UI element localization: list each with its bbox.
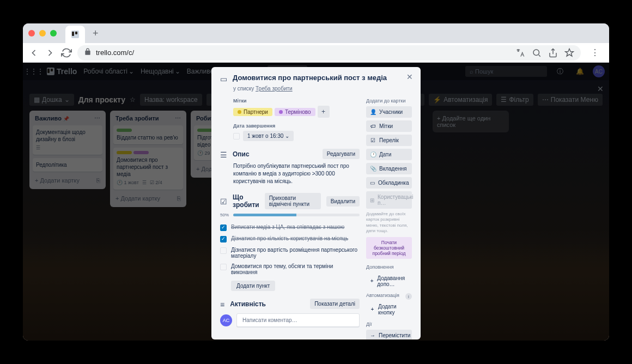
- zoom-icon[interactable]: [532, 48, 542, 58]
- checklist-item[interactable]: Виписати медіа з ЦА, яка співпадає з наш…: [220, 222, 360, 233]
- info-icon[interactable]: i: [405, 293, 412, 300]
- progress-bar: [233, 214, 360, 216]
- side-section-label: Дії: [366, 321, 412, 327]
- chevron-down-icon: ⌄: [285, 133, 289, 139]
- card-title[interactable]: Домовитися про партнерський пост з медіа: [233, 74, 387, 83]
- plus-icon: +: [370, 278, 374, 284]
- user-icon: 👤: [370, 109, 376, 115]
- browser-menu-button[interactable]: ⋮: [586, 47, 604, 58]
- comment-input[interactable]: Написати коментар…: [236, 313, 360, 327]
- close-modal-button[interactable]: ✕: [406, 72, 413, 81]
- card-icon: ▭: [220, 75, 227, 83]
- modal-sidebar: Додати до картки 👤Учасники 🏷Мітки ☑Перел…: [366, 98, 412, 339]
- checkbox[interactable]: [220, 264, 227, 270]
- members-button[interactable]: 👤Учасники: [366, 106, 412, 118]
- card-list-location: у списку Треба зробити: [233, 86, 412, 92]
- label-dot: [279, 110, 283, 114]
- trello-favicon: [71, 30, 80, 39]
- label-chip[interactable]: Партнери: [233, 108, 272, 116]
- checkbox[interactable]: [220, 247, 227, 254]
- activity-heading: Активність: [230, 300, 305, 308]
- checklist-icon: ☑: [220, 197, 227, 206]
- address-bar[interactable]: trello.com/c/: [77, 45, 581, 60]
- browser-window: + trello.com/c/ ⋮ ⋮⋮⋮ Trello Робочі обла…: [23, 23, 609, 341]
- tag-icon: 🏷: [370, 123, 376, 129]
- add-powerup-button[interactable]: +Додавання допо…: [366, 272, 412, 290]
- side-section-label: Додати до картки: [366, 98, 412, 104]
- card-modal: ✕ ▭ Домовитися про партнерський пост з м…: [211, 67, 421, 339]
- share-icon[interactable]: [548, 48, 558, 58]
- description-icon: ☰: [220, 150, 227, 159]
- label-dot: [238, 110, 241, 114]
- trial-promo-button[interactable]: Почати безкоштовний пробний період: [366, 237, 412, 259]
- description-heading: Опис: [233, 150, 317, 158]
- maximize-window-button[interactable]: [50, 30, 57, 37]
- due-checkbox[interactable]: [233, 133, 240, 139]
- arrow-right-icon: →: [370, 332, 375, 338]
- close-window-button[interactable]: [28, 30, 35, 37]
- checkbox[interactable]: [220, 236, 227, 242]
- side-section-label: Доповнення: [366, 264, 412, 270]
- edit-description-button[interactable]: Редагувати: [323, 149, 360, 159]
- bookmark-icon[interactable]: [564, 48, 574, 58]
- trello-app: ⋮⋮⋮ Trello Робочі області ⌄ Нещодавні ⌄ …: [23, 63, 609, 341]
- label-chip[interactable]: Терміново: [275, 108, 315, 116]
- reload-button[interactable]: [61, 47, 72, 58]
- move-button[interactable]: →Перемістити: [366, 330, 412, 339]
- modal-overlay[interactable]: ✕ ▭ Домовитися про партнерський пост з м…: [23, 63, 609, 341]
- due-heading: Дата завершення: [233, 123, 360, 129]
- add-label-button[interactable]: +: [318, 106, 330, 118]
- list-link[interactable]: Треба зробити: [256, 86, 293, 92]
- side-section-label: Автоматизація: [366, 293, 399, 298]
- checkbox[interactable]: [220, 225, 227, 231]
- custom-fields-hint: Додавайте до своїх карток розкривні меню…: [366, 211, 412, 234]
- checklist-item[interactable]: Дізнатися про вартість розміщення партне…: [220, 245, 360, 261]
- checklist-item[interactable]: Домовитися про тему, обсяги та терміни в…: [220, 261, 360, 277]
- browser-tab-strip: +: [23, 23, 609, 43]
- svg-point-0: [533, 50, 539, 56]
- labels-button[interactable]: 🏷Мітки: [366, 120, 412, 132]
- checklist-item[interactable]: Дізнатися про кількість користувачів на …: [220, 233, 360, 245]
- due-date-button[interactable]: 1 жовт о 16:30 ⌄: [243, 131, 294, 141]
- back-button[interactable]: [28, 47, 39, 58]
- fields-icon: ⊞: [370, 197, 374, 203]
- progress-percent: 50%: [220, 213, 230, 217]
- cover-button[interactable]: ▭Обкладинка: [366, 177, 412, 189]
- image-icon: ▭: [370, 180, 375, 186]
- plus-icon: +: [370, 306, 375, 312]
- clock-icon: 🕐: [370, 151, 376, 157]
- forward-button[interactable]: [45, 47, 56, 58]
- paperclip-icon: 📎: [370, 166, 376, 172]
- user-avatar: AC: [220, 314, 232, 326]
- add-checklist-item-button[interactable]: Додати пункт: [231, 281, 275, 291]
- browser-toolbar: trello.com/c/ ⋮: [23, 43, 609, 63]
- add-automation-button[interactable]: +Додати кнопку: [366, 301, 412, 318]
- dates-button[interactable]: 🕐Дати: [366, 149, 412, 160]
- hide-checked-button[interactable]: Приховати відмічені пункти: [265, 193, 321, 209]
- attachment-button[interactable]: 📎Вкладення: [366, 163, 412, 174]
- delete-checklist-button[interactable]: Видалити: [326, 196, 360, 207]
- show-details-button[interactable]: Показати деталі: [310, 299, 360, 309]
- custom-fields-button[interactable]: ⊞Користувацькі п…: [366, 191, 412, 209]
- new-tab-button[interactable]: +: [88, 28, 103, 39]
- lock-icon: [84, 48, 92, 57]
- browser-tab[interactable]: [65, 26, 85, 43]
- activity-icon: ≡: [220, 300, 224, 309]
- checklist-button[interactable]: ☑Перелік: [366, 135, 412, 146]
- description-text[interactable]: Потрібно опублікувати партнерський пост …: [233, 162, 360, 185]
- minimize-window-button[interactable]: [39, 30, 46, 37]
- window-controls: [28, 30, 57, 37]
- translate-icon[interactable]: [515, 48, 525, 58]
- checklist-title[interactable]: Що зробити: [233, 193, 259, 209]
- modal-main-column: Мітки Партнери Терміново + Дата завершен…: [220, 98, 360, 339]
- labels-heading: Мітки: [233, 98, 360, 104]
- url-text: trello.com/c/: [96, 48, 134, 57]
- check-icon: ☑: [370, 137, 376, 143]
